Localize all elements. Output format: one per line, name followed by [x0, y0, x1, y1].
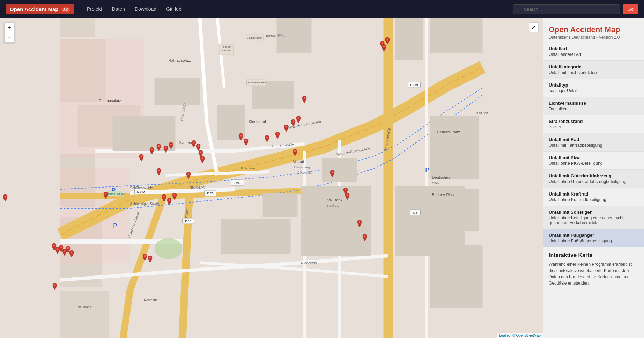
svg-rect-19 [430, 116, 479, 179]
section-label-2: Unfalltyp [549, 82, 638, 88]
sidebar-section-0: Unfallart Unfall anderer Art [543, 43, 644, 61]
svg-text:Deserteurdenkmal: Deserteurdenkmal [246, 81, 267, 84]
svg-rect-17 [395, 18, 423, 60]
sidebar-section-6: Unfall mit Pkw Unfall ohne PKW-Beteiligu… [543, 152, 644, 170]
svg-text:VR Bank: VR Bank [327, 198, 343, 202]
svg-text:Berliner Platz: Berliner Platz [437, 130, 460, 134]
svg-text:51 Stufen: 51 Stufen [475, 111, 488, 115]
section-label-9: Unfall mit Sonstigen [549, 210, 638, 215]
sidebar-section-10: Unfall mit Fußgänger Unfall ohne Fußgäng… [543, 229, 644, 247]
svg-rect-14 [301, 186, 371, 256]
main-content: + − ⤢ [0, 18, 644, 338]
svg-rect-22 [113, 116, 176, 151]
map-expand-button[interactable]: ⤢ [529, 22, 539, 32]
svg-text:Neumarkt/Rathaus: Neumarkt/Rathaus [104, 193, 125, 195]
sidebar-section-1: Unfallkategorie Unfall mit Leichtverletz… [543, 61, 644, 79]
search-area: 🔍 Go [513, 4, 638, 14]
sidebar-section-3: Lichtverhältnisse Tageslicht [543, 97, 644, 115]
section-label-4: Straßenzustand [549, 119, 638, 124]
nav-links: Projekt Daten Download GitHub [87, 6, 505, 12]
svg-text:Neumarkt: Neumarkt [78, 305, 92, 309]
section-value-10: Unfall ohne Fußgängerbeteiligung [549, 238, 638, 243]
svg-text:Marinsberg: Marinsberg [294, 166, 310, 169]
interaktive-text: Während einer kleinen Programmierarbeit … [549, 261, 638, 286]
svg-text:Niedermal: Niedermal [301, 261, 317, 265]
nav-projekt[interactable]: Projekt [87, 6, 102, 12]
section-label-7: Unfall mit Güterkraftfahrzeug [549, 173, 638, 178]
svg-rect-2 [60, 18, 95, 37]
section-value-9: Unfall ohne Beteiligung eines oben nicht… [549, 215, 638, 225]
brand-text: Open Accident Map [10, 6, 58, 12]
svg-text:St. Nikolai: St. Nikolai [241, 167, 255, 170]
svg-text:Rathaus: Rathaus [222, 49, 231, 52]
sidebar-title: Open Accident Map [549, 25, 638, 34]
section-label-1: Unfallkategorie [549, 64, 638, 69]
interaktive-title: Interaktive Karte [549, 252, 638, 258]
section-value-7: Unfall ohne Güterkraftfahrzeugbeteiligun… [549, 179, 638, 184]
svg-rect-13 [263, 193, 298, 217]
search-input[interactable] [513, 4, 620, 14]
section-value-2: sonstiger Unfall [549, 88, 638, 93]
svg-rect-18 [430, 18, 483, 53]
sidebar-section-8: Unfall mit Kraftrad Unfall ohne Kraftrad… [543, 188, 644, 206]
svg-text:Stadtbäckerei: Stadtbäckerei [247, 37, 262, 39]
section-value-4: trocken [549, 125, 638, 130]
brand-logo[interactable]: Open Accident Map 2.0 [6, 4, 74, 14]
section-label-5: Unfall mit Rad [549, 137, 638, 142]
zoom-out-button[interactable]: − [5, 32, 14, 42]
svg-text:L 249: L 249 [410, 83, 418, 87]
svg-text:Rathausplatz: Rathausplatz [169, 58, 191, 63]
svg-rect-23 [155, 78, 200, 105]
sidebar-section-5: Unfall mit Rad Unfall mit Fahrradbeteili… [543, 133, 644, 152]
svg-rect-12 [221, 219, 291, 254]
section-label-3: Lichtverhältnisse [549, 101, 638, 106]
section-label-6: Unfall mit Pkw [549, 155, 638, 160]
svg-text:Sydbank: Sydbank [179, 140, 194, 145]
svg-rect-6 [60, 291, 109, 338]
svg-text:P: P [425, 167, 429, 173]
section-value-8: Unfall ohne Kraftradbeteiligung [549, 197, 638, 202]
nav-github[interactable]: GitHub [166, 6, 182, 12]
svg-text:K 25: K 25 [207, 192, 214, 195]
svg-text:L 249: L 249 [234, 181, 241, 185]
svg-text:Deutsches: Deutsches [432, 175, 450, 179]
sidebar-header: Open Accident Map Datenlizenz Deutschlan… [543, 18, 644, 43]
sidebar-subtitle: Datenlizenz Deutschland - Version 2.0 [549, 35, 638, 40]
navbar: Open Accident Map 2.0 Projekt Daten Down… [0, 0, 644, 18]
section-value-1: Unfall mit Leichtverletzten [549, 70, 638, 75]
sidebar-section-2: Unfalltyp sonstiger Unfall [543, 79, 644, 97]
svg-text:Haus: Haus [432, 181, 440, 184]
svg-text:Hotel am: Hotel am [221, 46, 231, 48]
section-value-0: Unfall anderer Art [549, 52, 638, 57]
zoom-controls: + − [4, 22, 15, 43]
svg-text:L 249: L 249 [137, 190, 145, 193]
sidebar-section-4: Straßenzustand trocken [543, 115, 644, 133]
svg-text:Neumarkt: Neumarkt [190, 185, 205, 189]
svg-text:Altstatt: Altstatt [293, 160, 304, 164]
svg-text:P: P [113, 223, 117, 229]
map-background: P P P Klostergang Rote Straße Friedrich-… [0, 18, 543, 338]
section-value-5: Unfall mit Fahrradbeteiligung [549, 143, 638, 148]
sidebar: Open Accident Map Datenlizenz Deutschlan… [543, 18, 644, 338]
svg-text:Nord eG: Nord eG [327, 204, 339, 207]
map-canvas[interactable]: + − ⤢ [0, 18, 543, 338]
section-label-0: Unfallart [549, 46, 638, 51]
nav-download[interactable]: Download [135, 6, 156, 12]
nav-daten[interactable]: Daten [112, 6, 125, 12]
svg-text:Schleswiger Straße: Schleswiger Straße [130, 202, 161, 206]
sidebar-sections: Unfallart Unfall anderer Art Unfallkateg… [543, 43, 644, 247]
section-value-3: Tageslicht [549, 106, 638, 111]
svg-text:Neumarkt: Neumarkt [144, 298, 158, 302]
svg-rect-9 [217, 105, 245, 140]
leaflet-link[interactable]: Leaflet [499, 333, 510, 337]
sidebar-section-7: Unfall mit Güterkraftfahrzeug Unfall ohn… [543, 170, 644, 188]
svg-text:Rathausplatz: Rathausplatz [99, 98, 121, 103]
go-button[interactable]: Go [623, 4, 638, 14]
map-container: + − ⤢ [0, 18, 543, 338]
osm-link[interactable]: © OpenStreetMap [512, 333, 541, 337]
zoom-in-button[interactable]: + [5, 23, 14, 32]
svg-text:Südstadtt: Südstadtt [298, 171, 311, 174]
section-label-10: Unfall mit Fußgänger [549, 233, 638, 238]
svg-point-24 [155, 238, 183, 259]
section-label-8: Unfall mit Kraftrad [549, 191, 638, 197]
